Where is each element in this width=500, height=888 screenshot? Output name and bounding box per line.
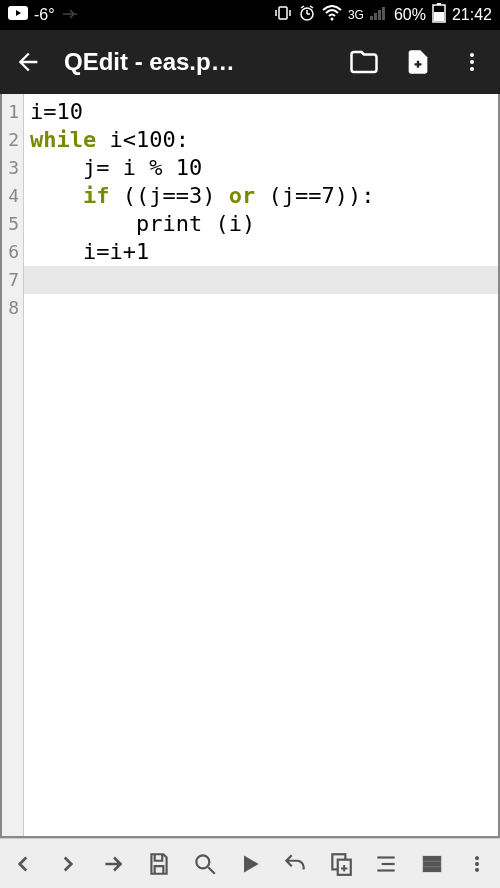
select-all-button[interactable] xyxy=(412,844,452,884)
search-button[interactable] xyxy=(185,844,225,884)
svg-rect-32 xyxy=(423,867,440,871)
svg-line-8 xyxy=(301,6,304,8)
code-line[interactable]: i=i+1 xyxy=(24,238,498,266)
status-bar: -6° 3G 60% 21:42 xyxy=(0,0,500,30)
line-number: 1 xyxy=(2,98,23,126)
battery-percent: 60% xyxy=(394,6,426,24)
code-line[interactable]: j= i % 10 xyxy=(24,154,498,182)
save-button[interactable] xyxy=(139,844,179,884)
line-number: 2 xyxy=(2,126,23,154)
paste-button[interactable]: + xyxy=(321,844,361,884)
run-button[interactable] xyxy=(230,844,270,884)
more-button[interactable] xyxy=(457,844,497,884)
svg-line-9 xyxy=(310,6,313,8)
svg-text:+: + xyxy=(341,861,347,873)
status-time: 21:42 xyxy=(452,6,492,24)
vibrate-icon xyxy=(274,4,292,26)
svg-rect-14 xyxy=(382,7,385,20)
overflow-menu-button[interactable] xyxy=(454,44,490,80)
back-button[interactable] xyxy=(10,44,46,80)
svg-point-33 xyxy=(476,856,479,859)
svg-rect-2 xyxy=(279,7,287,19)
alarm-icon xyxy=(298,4,316,26)
svg-point-20 xyxy=(470,67,474,71)
app-bar: QEdit - eas.p… xyxy=(0,30,500,94)
svg-rect-11 xyxy=(370,16,373,20)
open-folder-button[interactable] xyxy=(346,44,382,80)
wifi-icon xyxy=(322,5,342,25)
next-button[interactable] xyxy=(48,844,88,884)
svg-rect-30 xyxy=(423,856,440,860)
app-title: QEdit - eas.p… xyxy=(64,48,328,76)
svg-point-34 xyxy=(476,862,479,865)
network-type: 3G xyxy=(348,8,364,22)
svg-point-19 xyxy=(470,60,474,64)
line-number: 4 xyxy=(2,182,23,210)
svg-point-35 xyxy=(476,868,479,871)
prev-button[interactable] xyxy=(3,844,43,884)
line-number: 7 xyxy=(2,266,23,294)
code-line[interactable]: i=10 xyxy=(24,98,498,126)
code-line[interactable] xyxy=(24,266,498,294)
svg-marker-23 xyxy=(245,856,258,871)
svg-rect-13 xyxy=(378,10,381,20)
line-number: 6 xyxy=(2,238,23,266)
svg-rect-12 xyxy=(374,13,377,20)
code-editor[interactable]: 12345678 i=10while i<100: j= i % 10 if (… xyxy=(0,94,500,838)
line-gutter: 12345678 xyxy=(2,94,24,836)
svg-line-22 xyxy=(208,867,215,874)
line-number: 8 xyxy=(2,294,23,322)
code-area[interactable]: i=10while i<100: j= i % 10 if ((j==3) or… xyxy=(24,94,498,836)
svg-rect-31 xyxy=(423,861,440,865)
forward-indicator-icon xyxy=(61,6,81,24)
svg-point-10 xyxy=(330,18,333,21)
svg-point-21 xyxy=(196,855,209,868)
line-number: 5 xyxy=(2,210,23,238)
signal-icon xyxy=(370,6,388,24)
code-line[interactable]: while i<100: xyxy=(24,126,498,154)
svg-rect-16 xyxy=(437,3,441,5)
youtube-icon xyxy=(8,6,28,24)
new-file-button[interactable] xyxy=(400,44,436,80)
code-line[interactable]: if ((j==3) or (j==7)): xyxy=(24,182,498,210)
svg-rect-17 xyxy=(434,12,444,21)
line-number: 3 xyxy=(2,154,23,182)
indent-button[interactable] xyxy=(366,844,406,884)
bottom-toolbar: + xyxy=(0,838,500,888)
status-temp: -6° xyxy=(34,6,55,24)
code-line[interactable]: print (i) xyxy=(24,210,498,238)
goto-button[interactable] xyxy=(94,844,134,884)
undo-button[interactable] xyxy=(275,844,315,884)
code-line[interactable] xyxy=(24,294,498,322)
svg-point-18 xyxy=(470,53,474,57)
battery-icon xyxy=(432,3,446,27)
